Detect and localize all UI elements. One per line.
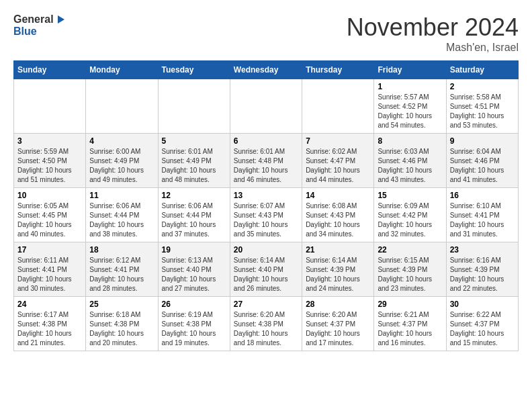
- weekday-header-sunday: Sunday: [14, 61, 86, 79]
- day-cell: 5Sunrise: 6:01 AMSunset: 4:49 PMDaylight…: [158, 134, 230, 188]
- day-number: 9: [450, 136, 515, 146]
- day-cell: 30Sunrise: 6:22 AMSunset: 4:37 PMDayligh…: [446, 297, 518, 351]
- weekday-header-friday: Friday: [374, 61, 446, 79]
- weekday-header-tuesday: Tuesday: [158, 61, 230, 79]
- day-number: 14: [306, 191, 370, 200]
- day-cell: 12Sunrise: 6:06 AMSunset: 4:44 PMDayligh…: [158, 188, 230, 242]
- day-cell: 16Sunrise: 6:10 AMSunset: 4:41 PMDayligh…: [446, 188, 518, 242]
- day-info: Sunrise: 5:58 AMSunset: 4:51 PMDaylight:…: [450, 93, 515, 130]
- day-cell: 23Sunrise: 6:16 AMSunset: 4:39 PMDayligh…: [446, 242, 518, 297]
- week-row-2: 3Sunrise: 5:59 AMSunset: 4:50 PMDaylight…: [14, 134, 519, 188]
- logo-blue-text: Blue: [13, 26, 67, 38]
- day-number: 17: [17, 245, 82, 255]
- day-info: Sunrise: 6:10 AMSunset: 4:41 PMDaylight:…: [450, 201, 515, 239]
- week-row-3: 10Sunrise: 6:05 AMSunset: 4:45 PMDayligh…: [14, 188, 519, 242]
- day-number: 30: [450, 300, 515, 309]
- day-info: Sunrise: 6:05 AMSunset: 4:45 PMDaylight:…: [17, 201, 82, 239]
- day-info: Sunrise: 6:19 AMSunset: 4:38 PMDaylight:…: [162, 310, 226, 348]
- day-info: Sunrise: 6:06 AMSunset: 4:44 PMDaylight:…: [89, 201, 154, 239]
- day-cell: 13Sunrise: 6:07 AMSunset: 4:43 PMDayligh…: [230, 188, 302, 242]
- svg-marker-0: [58, 15, 64, 24]
- day-number: 5: [162, 136, 226, 146]
- day-info: Sunrise: 6:12 AMSunset: 4:41 PMDaylight:…: [89, 256, 154, 293]
- day-number: 27: [234, 300, 298, 309]
- day-number: 13: [234, 191, 298, 200]
- day-info: Sunrise: 6:15 AMSunset: 4:39 PMDaylight:…: [378, 256, 442, 293]
- weekday-header-row: SundayMondayTuesdayWednesdayThursdayFrid…: [14, 61, 519, 79]
- day-number: 11: [89, 191, 154, 200]
- day-cell: [158, 79, 230, 134]
- day-info: Sunrise: 6:17 AMSunset: 4:38 PMDaylight:…: [17, 310, 82, 348]
- day-cell: 2Sunrise: 5:58 AMSunset: 4:51 PMDaylight…: [446, 79, 518, 134]
- day-number: 12: [162, 191, 226, 200]
- day-cell: 8Sunrise: 6:03 AMSunset: 4:46 PMDaylight…: [374, 134, 446, 188]
- day-cell: 18Sunrise: 6:12 AMSunset: 4:41 PMDayligh…: [86, 242, 158, 297]
- week-row-5: 24Sunrise: 6:17 AMSunset: 4:38 PMDayligh…: [14, 297, 519, 351]
- day-info: Sunrise: 5:59 AMSunset: 4:50 PMDaylight:…: [17, 147, 82, 185]
- weekday-header-monday: Monday: [86, 61, 158, 79]
- day-cell: 14Sunrise: 6:08 AMSunset: 4:43 PMDayligh…: [302, 188, 374, 242]
- day-info: Sunrise: 6:20 AMSunset: 4:37 PMDaylight:…: [306, 310, 370, 348]
- day-info: Sunrise: 6:00 AMSunset: 4:49 PMDaylight:…: [89, 147, 154, 185]
- title-block: November 2024 Mash'en, Israel: [347, 13, 519, 54]
- day-info: Sunrise: 6:09 AMSunset: 4:42 PMDaylight:…: [378, 201, 442, 239]
- day-number: 29: [378, 300, 442, 309]
- month-title: November 2024: [347, 13, 519, 42]
- weekday-header-saturday: Saturday: [446, 61, 518, 79]
- day-number: 20: [234, 245, 298, 255]
- day-info: Sunrise: 6:11 AMSunset: 4:41 PMDaylight:…: [17, 256, 82, 293]
- day-cell: 21Sunrise: 6:14 AMSunset: 4:39 PMDayligh…: [302, 242, 374, 297]
- day-cell: 17Sunrise: 6:11 AMSunset: 4:41 PMDayligh…: [14, 242, 86, 297]
- day-cell: 28Sunrise: 6:20 AMSunset: 4:37 PMDayligh…: [302, 297, 374, 351]
- day-info: Sunrise: 6:02 AMSunset: 4:47 PMDaylight:…: [306, 147, 370, 185]
- day-cell: 1Sunrise: 5:57 AMSunset: 4:52 PMDaylight…: [374, 79, 446, 134]
- day-number: 23: [450, 245, 515, 255]
- day-cell: 15Sunrise: 6:09 AMSunset: 4:42 PMDayligh…: [374, 188, 446, 242]
- day-info: Sunrise: 6:20 AMSunset: 4:38 PMDaylight:…: [234, 310, 298, 348]
- day-number: 2: [450, 82, 515, 91]
- day-info: Sunrise: 6:14 AMSunset: 4:40 PMDaylight:…: [234, 256, 298, 293]
- day-number: 22: [378, 245, 442, 255]
- day-number: 28: [306, 300, 370, 309]
- day-cell: 24Sunrise: 6:17 AMSunset: 4:38 PMDayligh…: [14, 297, 86, 351]
- day-info: Sunrise: 6:13 AMSunset: 4:40 PMDaylight:…: [162, 256, 226, 293]
- location-subtitle: Mash'en, Israel: [347, 42, 519, 54]
- day-number: 1: [378, 82, 442, 91]
- day-info: Sunrise: 6:21 AMSunset: 4:37 PMDaylight:…: [378, 310, 442, 348]
- day-cell: 6Sunrise: 6:01 AMSunset: 4:48 PMDaylight…: [230, 134, 302, 188]
- day-number: 26: [162, 300, 226, 309]
- day-info: Sunrise: 6:18 AMSunset: 4:38 PMDaylight:…: [89, 310, 154, 348]
- calendar-table: SundayMondayTuesdayWednesdayThursdayFrid…: [13, 60, 519, 351]
- day-info: Sunrise: 6:22 AMSunset: 4:37 PMDaylight:…: [450, 310, 515, 348]
- day-cell: 3Sunrise: 5:59 AMSunset: 4:50 PMDaylight…: [14, 134, 86, 188]
- day-number: 24: [17, 300, 82, 309]
- day-number: 4: [89, 136, 154, 146]
- day-cell: 9Sunrise: 6:04 AMSunset: 4:46 PMDaylight…: [446, 134, 518, 188]
- day-number: 18: [89, 245, 154, 255]
- day-info: Sunrise: 6:01 AMSunset: 4:48 PMDaylight:…: [234, 147, 298, 185]
- day-info: Sunrise: 6:14 AMSunset: 4:39 PMDaylight:…: [306, 256, 370, 293]
- day-number: 15: [378, 191, 442, 200]
- day-info: Sunrise: 6:03 AMSunset: 4:46 PMDaylight:…: [378, 147, 442, 185]
- day-cell: 27Sunrise: 6:20 AMSunset: 4:38 PMDayligh…: [230, 297, 302, 351]
- day-info: Sunrise: 6:07 AMSunset: 4:43 PMDaylight:…: [234, 201, 298, 239]
- day-cell: 22Sunrise: 6:15 AMSunset: 4:39 PMDayligh…: [374, 242, 446, 297]
- day-cell: [230, 79, 302, 134]
- day-cell: 20Sunrise: 6:14 AMSunset: 4:40 PMDayligh…: [230, 242, 302, 297]
- day-number: 10: [17, 191, 82, 200]
- day-cell: [302, 79, 374, 134]
- day-info: Sunrise: 6:06 AMSunset: 4:44 PMDaylight:…: [162, 201, 226, 239]
- week-row-1: 1Sunrise: 5:57 AMSunset: 4:52 PMDaylight…: [14, 79, 519, 134]
- day-cell: 29Sunrise: 6:21 AMSunset: 4:37 PMDayligh…: [374, 297, 446, 351]
- weekday-header-thursday: Thursday: [302, 61, 374, 79]
- day-cell: 19Sunrise: 6:13 AMSunset: 4:40 PMDayligh…: [158, 242, 230, 297]
- day-number: 6: [234, 136, 298, 146]
- day-cell: [86, 79, 158, 134]
- day-number: 25: [89, 300, 154, 309]
- day-info: Sunrise: 6:08 AMSunset: 4:43 PMDaylight:…: [306, 201, 370, 239]
- day-number: 19: [162, 245, 226, 255]
- day-number: 16: [450, 191, 515, 200]
- day-info: Sunrise: 5:57 AMSunset: 4:52 PMDaylight:…: [378, 93, 442, 130]
- day-cell: 4Sunrise: 6:00 AMSunset: 4:49 PMDaylight…: [86, 134, 158, 188]
- logo: General Blue: [13, 13, 67, 38]
